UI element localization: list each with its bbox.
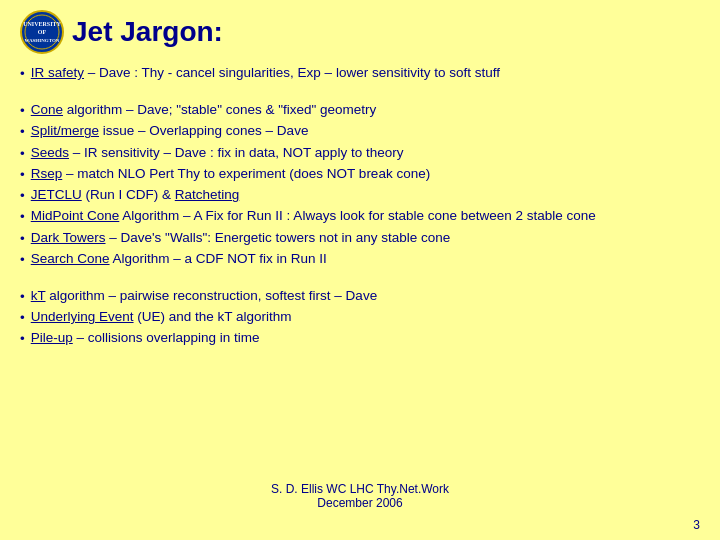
footer: S. D. Ellis WC LHC Thy.Net.Work December…: [20, 482, 700, 510]
bullet-text: Rsep – match NLO Pert Thy to experiment …: [31, 165, 700, 183]
bullet-text: IR safety – Dave : Thy - cancel singular…: [31, 64, 700, 82]
bullet-section-2: •kT algorithm – pairwise reconstruction,…: [20, 287, 700, 349]
svg-text:UNIVERSITY: UNIVERSITY: [23, 21, 61, 27]
page: UNIVERSITY OF WASHINGTON Jet Jargon: •IR…: [0, 0, 720, 540]
bullet-section-0: •IR safety – Dave : Thy - cancel singula…: [20, 64, 700, 83]
bullet-item: •Rsep – match NLO Pert Thy to experiment…: [20, 165, 700, 184]
bullet-item: •Pile-up – collisions overlapping in tim…: [20, 329, 700, 348]
bullet-dot: •: [20, 288, 25, 306]
page-title: Jet Jargon:: [72, 16, 223, 48]
bullet-item: •Cone algorithm – Dave; "stable" cones &…: [20, 101, 700, 120]
bullet-text: kT algorithm – pairwise reconstruction, …: [31, 287, 700, 305]
bullet-text: JETCLU (Run I CDF) & Ratcheting: [31, 186, 700, 204]
page-number: 3: [693, 518, 700, 532]
bullet-dot: •: [20, 251, 25, 269]
bullet-dot: •: [20, 187, 25, 205]
bullet-section-1: •Cone algorithm – Dave; "stable" cones &…: [20, 101, 700, 269]
bullet-text: Cone algorithm – Dave; "stable" cones & …: [31, 101, 700, 119]
footer-line1: S. D. Ellis WC LHC Thy.Net.Work: [20, 482, 700, 496]
bullet-text: Underlying Event (UE) and the kT algorit…: [31, 308, 700, 326]
footer-line2: December 2006: [20, 496, 700, 510]
bullet-item: •Search Cone Algorithm – a CDF NOT fix i…: [20, 250, 700, 269]
bullet-dot: •: [20, 166, 25, 184]
bullet-item: •Split/merge issue – Overlapping cones –…: [20, 122, 700, 141]
bullet-item: •Dark Towers – Dave's "Walls": Energetic…: [20, 229, 700, 248]
bullet-dot: •: [20, 309, 25, 327]
bullet-item: •JETCLU (Run I CDF) & Ratcheting: [20, 186, 700, 205]
bullet-text: Pile-up – collisions overlapping in time: [31, 329, 700, 347]
svg-text:WASHINGTON: WASHINGTON: [25, 38, 60, 43]
bullet-dot: •: [20, 123, 25, 141]
bullet-item: •Seeds – IR sensitivity – Dave : fix in …: [20, 144, 700, 163]
bullet-item: •IR safety – Dave : Thy - cancel singula…: [20, 64, 700, 83]
bullet-text: Search Cone Algorithm – a CDF NOT fix in…: [31, 250, 700, 268]
bullet-item: •MidPoint Cone Algorithm – A Fix for Run…: [20, 207, 700, 226]
svg-text:OF: OF: [38, 29, 47, 35]
bullet-text: Dark Towers – Dave's "Walls": Energetic …: [31, 229, 700, 247]
bullet-dot: •: [20, 65, 25, 83]
header: UNIVERSITY OF WASHINGTON Jet Jargon:: [20, 10, 700, 54]
bullet-dot: •: [20, 330, 25, 348]
bullet-dot: •: [20, 102, 25, 120]
bullet-text: Seeds – IR sensitivity – Dave : fix in d…: [31, 144, 700, 162]
bullet-dot: •: [20, 208, 25, 226]
content-area: •IR safety – Dave : Thy - cancel singula…: [20, 64, 700, 482]
bullet-text: Split/merge issue – Overlapping cones – …: [31, 122, 700, 140]
bullet-item: •kT algorithm – pairwise reconstruction,…: [20, 287, 700, 306]
bullet-text: MidPoint Cone Algorithm – A Fix for Run …: [31, 207, 700, 225]
bullet-item: •Underlying Event (UE) and the kT algori…: [20, 308, 700, 327]
bullet-dot: •: [20, 230, 25, 248]
university-logo: UNIVERSITY OF WASHINGTON: [20, 10, 64, 54]
bullet-dot: •: [20, 145, 25, 163]
